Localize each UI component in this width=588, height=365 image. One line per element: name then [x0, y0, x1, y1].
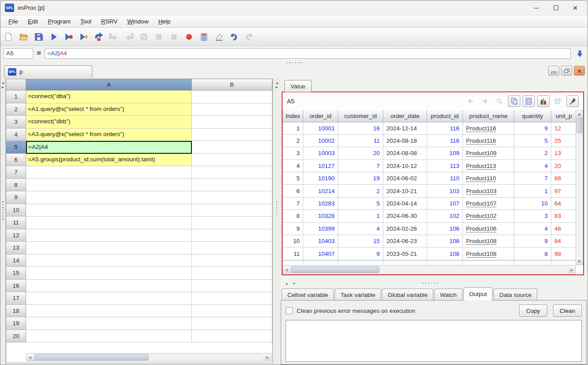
formula-input[interactable]: =A2|A4: [45, 48, 571, 59]
cell-A12[interactable]: [26, 229, 192, 242]
result-vertical-scrollbar[interactable]: ∧ ∨: [576, 110, 583, 265]
scroll-down-icon[interactable]: ∨: [576, 257, 583, 265]
cell-A9[interactable]: [26, 191, 192, 204]
cell-A13[interactable]: [26, 242, 192, 255]
step-run-icon[interactable]: [78, 31, 89, 42]
cell-A8[interactable]: [26, 179, 192, 192]
result-cell[interactable]: Product108: [463, 235, 514, 247]
left-edge-splitter[interactable]: ◀▶: [0, 78, 6, 365]
cell-B9[interactable]: [192, 191, 272, 204]
cell-B11[interactable]: [192, 217, 272, 229]
cell-A5[interactable]: =A2|A4: [26, 141, 192, 154]
open-file-icon[interactable]: [18, 31, 29, 42]
row-header-9[interactable]: 9: [6, 191, 26, 204]
result-cell[interactable]: Product109: [463, 147, 514, 160]
row-header-4[interactable]: 4: [6, 129, 26, 141]
row-header-11[interactable]: 11: [6, 217, 26, 229]
result-col-order_date[interactable]: order_date: [383, 110, 427, 122]
mdi-restore-button[interactable]: [561, 66, 572, 76]
run-debug-icon[interactable]: [63, 31, 74, 42]
result-cell[interactable]: Product108: [463, 247, 514, 260]
formula-expand-button[interactable]: [574, 48, 585, 59]
tab-task-variable[interactable]: Task variable: [335, 289, 381, 300]
cell-A16[interactable]: [26, 280, 192, 293]
run-icon[interactable]: [48, 31, 59, 42]
tab-sheet-p[interactable]: SPL p: [4, 65, 92, 78]
grid-hscroll-thumb[interactable]: [34, 354, 149, 361]
row-header-5[interactable]: 5: [6, 141, 26, 154]
tab-data-source[interactable]: Data source: [493, 289, 537, 300]
cell-A7[interactable]: [26, 166, 192, 179]
clear-icon[interactable]: [214, 31, 225, 42]
result-horizontal-scrollbar[interactable]: < >: [283, 265, 576, 274]
column-header-a[interactable]: A: [26, 79, 192, 91]
cell-A11[interactable]: [26, 217, 192, 229]
tab-output[interactable]: Output: [463, 287, 493, 300]
result-cell[interactable]: Product107: [463, 197, 514, 209]
row-header-20[interactable]: 20: [6, 330, 26, 343]
tab-cellset-variable[interactable]: Cellset variable: [282, 289, 334, 300]
column-header-b[interactable]: B: [192, 79, 272, 91]
cell-B7[interactable]: [192, 166, 272, 179]
result-cell[interactable]: Product116: [463, 122, 514, 134]
result-cell[interactable]: Product106: [463, 222, 514, 235]
tab-watch[interactable]: Watch: [434, 289, 462, 300]
result-cell[interactable]: Product110: [463, 172, 514, 185]
result-col-product_name[interactable]: product_name: [463, 110, 514, 122]
center-splitter[interactable]: ◀▶: [273, 78, 281, 365]
result-col-product_id[interactable]: product_id: [427, 110, 463, 122]
cell-ref-input[interactable]: A5: [3, 48, 33, 59]
copy-button[interactable]: Copy: [519, 304, 547, 317]
row-header-3[interactable]: 3: [6, 116, 26, 129]
menu-item-window[interactable]: Window: [123, 16, 153, 27]
scroll-left-icon[interactable]: <: [27, 354, 34, 361]
mdi-minimize-button[interactable]: [548, 66, 559, 76]
save-icon[interactable]: [33, 31, 44, 42]
scroll-right-icon[interactable]: >: [567, 266, 575, 274]
row-header-8[interactable]: 8: [6, 179, 26, 192]
cell-A19[interactable]: [26, 317, 192, 330]
cell-A15[interactable]: [26, 267, 192, 280]
row-header-15[interactable]: 15: [6, 267, 26, 280]
menu-item-tool[interactable]: Tool: [76, 16, 96, 27]
cell-A1[interactable]: =connect("dba"): [26, 91, 192, 103]
cell-B13[interactable]: [192, 242, 272, 255]
scroll-up-icon[interactable]: ∧: [576, 110, 583, 118]
row-header-10[interactable]: 10: [6, 204, 26, 217]
breakpoint-icon[interactable]: [183, 31, 195, 42]
row-header-2[interactable]: 2: [6, 103, 26, 116]
row-header-14[interactable]: 14: [6, 255, 26, 267]
output-console[interactable]: [286, 320, 582, 362]
cell-B6[interactable]: [192, 154, 272, 167]
copy-data-icon[interactable]: [508, 95, 520, 107]
clean-button[interactable]: Clean: [553, 304, 582, 317]
result-col-customer_id[interactable]: customer_id: [338, 110, 383, 122]
menu-item-program[interactable]: Program: [43, 16, 75, 27]
row-header-18[interactable]: 18: [6, 305, 26, 318]
close-button[interactable]: ×: [565, 1, 585, 15]
cell-B2[interactable]: [192, 103, 272, 116]
result-cell[interactable]: Product102: [463, 210, 514, 222]
cell-B1[interactable]: [192, 91, 272, 103]
row-header-19[interactable]: 19: [6, 317, 26, 330]
cell-B16[interactable]: [192, 280, 272, 293]
cell-B10[interactable]: [192, 204, 272, 217]
cell-B3[interactable]: [192, 116, 272, 129]
result-hscroll-thumb[interactable]: [291, 266, 379, 273]
result-col-unit_p[interactable]: unit_p: [551, 110, 576, 122]
tab-global-variable[interactable]: Global variable: [382, 289, 433, 300]
horizontal-splitter[interactable]: [0, 61, 588, 65]
mdi-close-button[interactable]: ×: [574, 66, 585, 76]
cell-B17[interactable]: [192, 292, 272, 305]
cell-B14[interactable]: [192, 255, 272, 267]
cell-B5[interactable]: [192, 141, 272, 154]
row-header-1[interactable]: 1: [6, 91, 26, 103]
scroll-left-icon[interactable]: <: [283, 266, 291, 274]
result-col-quantity[interactable]: quantity: [514, 110, 551, 122]
new-file-icon[interactable]: [3, 31, 14, 42]
result-cell[interactable]: Product116: [463, 134, 514, 147]
execute-cell-icon[interactable]: [93, 31, 104, 42]
cell-A2[interactable]: =A1.query@x("select * from orders"): [26, 103, 192, 116]
tab-value[interactable]: Value: [284, 80, 312, 92]
minimize-button[interactable]: ─: [527, 1, 546, 15]
